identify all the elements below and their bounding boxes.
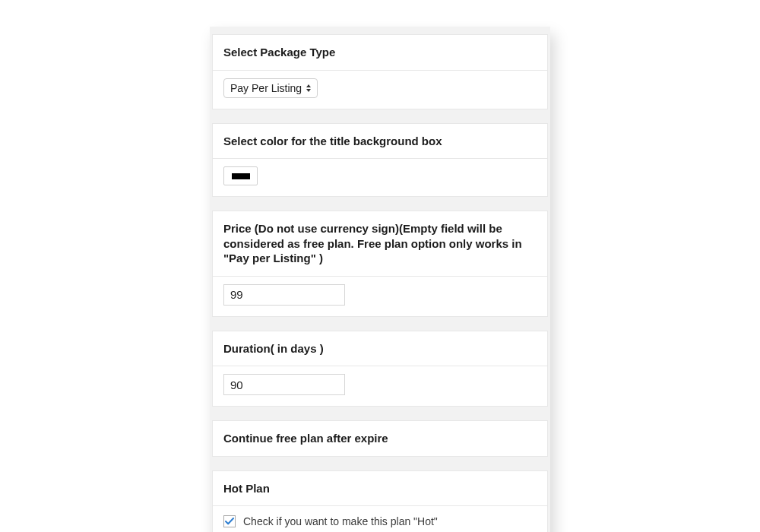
chevron-up-down-icon [306,84,311,92]
section-header-hot-plan: Hot Plan [212,470,548,506]
section-header-continue-free: Continue free plan after expire [212,420,548,457]
settings-panel: Select Package Type Pay Per Listing Sele… [210,27,550,532]
section-header-package-type: Select Package Type [212,34,548,70]
color-picker[interactable] [223,166,258,185]
section-header-title-color: Select color for the title background bo… [212,123,548,159]
section-package-type: Select Package Type Pay Per Listing [212,34,548,109]
section-duration: Duration( in days ) [212,331,548,407]
hot-plan-checkbox[interactable] [223,515,236,527]
duration-input[interactable] [223,374,345,395]
section-body-package-type: Pay Per Listing [212,70,548,109]
section-body-duration [212,366,548,407]
section-header-price: Price (Do not use currency sign)(Empty f… [212,211,548,276]
section-body-price [212,276,548,317]
section-price: Price (Do not use currency sign)(Empty f… [212,211,548,317]
section-hot-plan: Hot Plan Check if you want to make this … [212,470,548,533]
hot-plan-checkbox-label: Check if you want to make this plan "Hot… [243,515,438,527]
section-body-hot-plan: Check if you want to make this plan "Hot… [212,505,548,532]
check-icon [225,517,234,526]
section-continue-free: Continue free plan after expire [212,420,548,457]
section-title-color: Select color for the title background bo… [212,123,548,198]
package-type-selected-value: Pay Per Listing [230,82,302,94]
section-body-title-color [212,158,548,197]
section-header-duration: Duration( in days ) [212,331,548,366]
price-input[interactable] [223,284,345,306]
color-swatch-chip [232,173,250,179]
package-type-select[interactable]: Pay Per Listing [223,78,318,98]
